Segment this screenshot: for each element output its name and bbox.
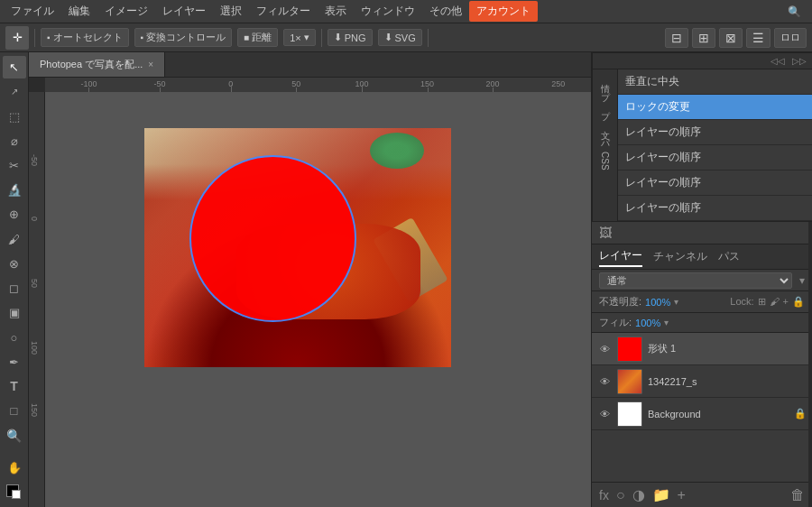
dropdown-list: 垂直に中央 ロックの変更 レイヤーの順序 レイヤーの順序 レイヤーの順序 [618,69,812,221]
opacity-value[interactable]: 100% [645,297,670,308]
shape-thumbnail-circle [621,340,639,358]
tab-layers[interactable]: レイヤー [599,246,642,267]
dropdown-label-order-2: レイヤーの順序 [625,150,701,165]
tab-paths[interactable]: パス [718,247,740,266]
paint-lock-icon[interactable]: 🖌 [770,296,780,308]
tab-channels[interactable]: チャンネル [653,247,707,266]
expand-right-icon[interactable]: ▷▷ [792,56,807,66]
eraser-icon[interactable]: ◻ [3,277,26,300]
pen-icon[interactable]: ✒ [3,351,26,373]
clone-icon[interactable]: ⊗ [3,253,26,275]
gradient-icon[interactable]: ▣ [3,301,26,324]
canvas-workspace[interactable] [45,92,591,507]
heal-icon[interactable]: ⊕ [3,203,26,226]
character-tab[interactable]: 文 [595,120,615,127]
menu-file[interactable]: ファイル [4,1,61,22]
blend-dropdown-arrow[interactable]: ▾ [799,274,805,287]
layer-visibility-image[interactable]: 👁 [597,374,612,389]
distribute-icon[interactable]: ⊞ [692,28,715,48]
autoselect-button[interactable]: ▪ オートセレクト [41,28,129,47]
layers-tab-bar: レイヤー チャンネル パス [592,244,812,270]
autoselect-label: オートセレクト [53,31,123,44]
menu-layer[interactable]: レイヤー [155,1,213,22]
transform-button[interactable]: ▪ 変換コントロール [134,28,233,47]
select-tool-icon[interactable]: ↖ [3,56,26,78]
left-tools-panel: ↖ ↗ ⬚ ⌀ ✂ 🔬 ⊕ 🖌 ⊗ ◻ ▣ ○ ✒ T □ 🔍 ✋ [0,52,29,507]
menu-search-icon[interactable]: 🔍 [780,3,808,21]
layer-visibility-shape[interactable]: 👁 [597,342,612,356]
eyedropper-icon[interactable]: 🔬 [3,179,26,201]
menu-window[interactable]: ウィンドウ [354,1,422,22]
layer-visibility-bg[interactable]: 👁 [597,407,612,421]
text-tool-icon[interactable]: T [3,375,26,398]
direct-select-icon[interactable]: ↗ [3,80,26,103]
layer-item-shape[interactable]: 👁 形状 1 [592,333,812,365]
image-panel-icon[interactable]: 🖼 [599,226,612,240]
menu-account[interactable]: アカウント [469,1,538,22]
position-lock-icon[interactable]: + [783,296,789,308]
ruler-v-mark-100: 100 [30,341,39,355]
align-icon[interactable]: ☰ [746,28,770,48]
move-tool-icon[interactable]: ✛ [5,26,29,50]
checkbox-icon: ▪ [47,32,51,42]
layer-lock-icon: 🔒 [794,408,807,419]
foreground-bg-icon[interactable] [3,481,26,503]
brush-icon[interactable]: 🖌 [3,228,26,251]
add-mask-icon[interactable]: ○ [616,487,625,503]
svg-export-button[interactable]: ⬇ SVG [378,29,422,46]
opacity-dropdown-arrow[interactable]: ▾ [674,297,678,307]
menu-edit[interactable]: 編集 [61,1,97,22]
zoom-tool-icon[interactable]: 🔍 [3,424,26,447]
opacity-label: 不透明度: [599,295,641,309]
properties-tab-2[interactable]: プ [595,101,615,118]
zoom-button[interactable]: 1× ▾ [283,29,316,46]
menu-view[interactable]: 表示 [318,1,354,22]
collapse-left-icon[interactable]: ◁◁ [770,56,785,66]
add-adjustment-icon[interactable]: ◑ [632,486,645,503]
transparency-lock-icon[interactable]: ⊞ [758,296,766,308]
fill-value[interactable]: 100% [635,318,660,328]
menu-select[interactable]: 選択 [213,1,249,22]
all-lock-icon[interactable]: 🔒 [792,296,805,308]
panel-expand-icons: ◁◁ ▷▷ [770,56,807,66]
tab-close-button[interactable]: × [148,60,153,69]
add-layer-icon[interactable]: + [678,487,686,503]
dropdown-item-lock[interactable]: ロックの変更 [618,95,812,120]
layer-name-shape: 形状 1 [648,342,807,355]
hand-tool-icon[interactable]: ✋ [3,456,26,479]
layer-item-image[interactable]: 👁 1342217_s [592,365,812,398]
menu-other[interactable]: その他 [422,1,469,22]
tab-bar: Photopea で写真を配... × [29,52,591,78]
lasso-icon[interactable]: ⌀ [3,130,26,152]
paths-tab[interactable]: パ [595,129,615,146]
dropdown-item-order-1[interactable]: レイヤーの順序 [618,120,812,145]
dropdown-item-order-4[interactable]: レイヤーの順序 [618,196,812,221]
menu-bar: ファイル 編集 イメージ レイヤー 選択 フィルター 表示 ウィンドウ その他 … [0,0,812,23]
more-icon[interactable]: ロロ [774,28,807,48]
layer-item-background[interactable]: 👁 Background 🔒 [592,398,812,430]
arrange-icon[interactable]: ⊟ [665,28,688,48]
delete-layer-icon[interactable]: 🗑 [790,487,805,503]
info-tab[interactable]: 情 [595,73,615,80]
dropdown-item-order-3[interactable]: レイヤーの順序 [618,171,812,196]
grid-icon[interactable]: ⊠ [719,28,743,48]
dropdown-item-center-vertical[interactable]: 垂直に中央 [618,69,812,95]
dropdown-item-order-2[interactable]: レイヤーの順序 [618,145,812,171]
shape-tool-icon[interactable]: □ [3,400,26,422]
document-tab[interactable]: Photopea で写真を配... × [29,52,165,77]
dodge-icon[interactable]: ○ [3,326,26,348]
properties-tab[interactable]: プ [595,82,615,99]
add-effect-icon[interactable]: fx [599,488,609,502]
menu-filter[interactable]: フィルター [249,1,318,22]
main-area: ↖ ↗ ⬚ ⌀ ✂ 🔬 ⊕ 🖌 ⊗ ◻ ▣ ○ ✒ T □ 🔍 ✋ Photop… [0,52,812,507]
shape-select-icon[interactable]: ⬚ [3,105,26,127]
fill-dropdown-arrow[interactable]: ▾ [664,318,669,327]
transform-label: 変換コントロール [146,31,226,44]
menu-image[interactable]: イメージ [97,1,155,22]
css-tab[interactable]: CSS [596,148,614,174]
blend-mode-select[interactable]: 通常 [599,272,792,289]
crop-icon[interactable]: ✂ [3,154,26,177]
add-group-icon[interactable]: 📁 [652,486,670,503]
distance-button[interactable]: ■ 距離 [237,28,278,47]
png-export-button[interactable]: ⬇ PNG [328,29,373,46]
